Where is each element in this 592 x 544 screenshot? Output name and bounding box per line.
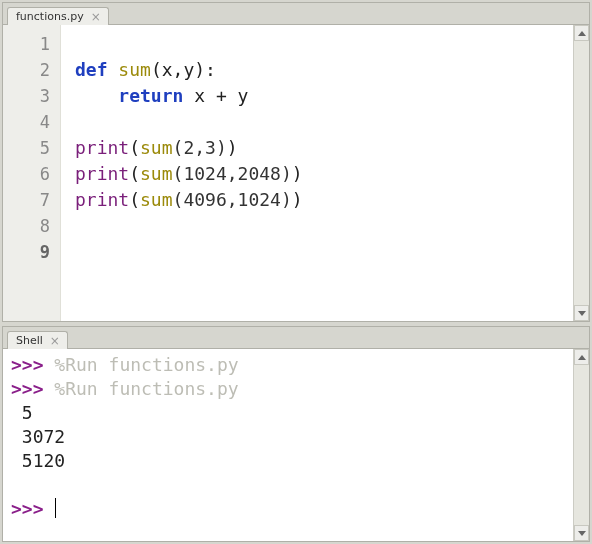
- line-number: 7: [3, 187, 60, 213]
- scroll-up-button[interactable]: [574, 349, 589, 365]
- code-line: print(sum(1024,2048)): [75, 163, 303, 184]
- scroll-up-button[interactable]: [574, 25, 589, 41]
- line-number-gutter: 1 2 3 4 5 6 7 8 9: [3, 25, 61, 321]
- line-number: 6: [3, 161, 60, 187]
- tab-label: functions.py: [16, 10, 84, 23]
- shell-scrollbar[interactable]: [573, 349, 589, 541]
- chevron-up-icon: [578, 31, 586, 36]
- close-icon[interactable]: ×: [49, 335, 61, 347]
- code-line: return x + y: [75, 85, 248, 106]
- shell-output: 3072: [11, 426, 65, 447]
- code-editor[interactable]: def sum(x,y): return x + y print(sum(2,3…: [61, 25, 573, 321]
- editor-panel: functions.py × 1 2 3 4 5 6 7 8 9 def sum…: [2, 2, 590, 322]
- line-number: 8: [3, 213, 60, 239]
- cursor-icon: [55, 498, 56, 518]
- chevron-up-icon: [578, 355, 586, 360]
- scroll-down-button[interactable]: [574, 525, 589, 541]
- line-number: 3: [3, 83, 60, 109]
- line-number: 2: [3, 57, 60, 83]
- line-number: 4: [3, 109, 60, 135]
- tab-label: Shell: [16, 334, 43, 347]
- shell-line: >>>: [11, 498, 56, 519]
- chevron-down-icon: [578, 311, 586, 316]
- editor-tabbar: functions.py ×: [3, 3, 589, 25]
- shell-terminal[interactable]: >>> %Run functions.py >>> %Run functions…: [3, 349, 573, 541]
- shell-output: 5120: [11, 450, 65, 471]
- editor-content: 1 2 3 4 5 6 7 8 9 def sum(x,y): return x…: [3, 25, 589, 321]
- code-line: print(sum(2,3)): [75, 137, 238, 158]
- editor-scrollbar[interactable]: [573, 25, 589, 321]
- shell-line: >>> %Run functions.py: [11, 354, 239, 375]
- shell-panel: Shell × >>> %Run functions.py >>> %Run f…: [2, 326, 590, 542]
- tab-functions-py[interactable]: functions.py ×: [7, 7, 109, 25]
- shell-output: 5: [11, 402, 33, 423]
- code-line: def sum(x,y):: [75, 59, 216, 80]
- tab-shell[interactable]: Shell ×: [7, 331, 68, 349]
- chevron-down-icon: [578, 531, 586, 536]
- line-number: 9: [3, 239, 60, 265]
- shell-content: >>> %Run functions.py >>> %Run functions…: [3, 349, 589, 541]
- shell-line: >>> %Run functions.py: [11, 378, 239, 399]
- line-number: 5: [3, 135, 60, 161]
- scroll-down-button[interactable]: [574, 305, 589, 321]
- shell-tabbar: Shell ×: [3, 327, 589, 349]
- line-number: 1: [3, 31, 60, 57]
- code-line: print(sum(4096,1024)): [75, 189, 303, 210]
- close-icon[interactable]: ×: [90, 11, 102, 23]
